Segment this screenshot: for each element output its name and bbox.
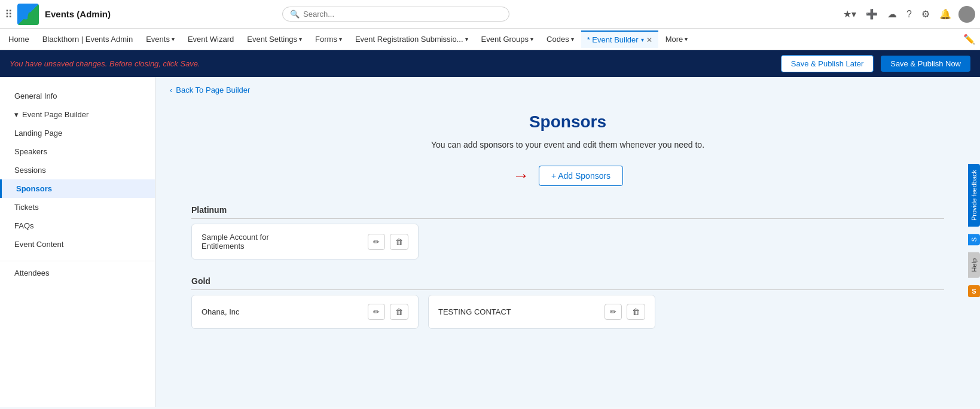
- sidebar-item-faqs[interactable]: FAQs: [0, 216, 155, 235]
- search-bar[interactable]: 🔍: [282, 7, 509, 22]
- chevron-down-icon: ▾: [571, 36, 574, 42]
- search-input[interactable]: [303, 10, 502, 19]
- sponsor-name: Ohana, Inc: [202, 307, 240, 316]
- unsaved-message: You have unsaved changes. Before closing…: [10, 59, 200, 68]
- settings-button[interactable]: ⚙: [919, 6, 932, 22]
- gold-section: Gold Ohana, Inc ✏ 🗑 TESTING CONTACT ✏: [191, 276, 944, 329]
- add-sponsors-row: → + Add Sponsors: [191, 166, 944, 186]
- sidebar-item-sponsors[interactable]: Sponsors: [0, 179, 155, 198]
- sidebar: General Info ▾ Event Page Builder Landin…: [0, 77, 155, 407]
- chevron-left-icon: ‹: [170, 86, 172, 94]
- nav-event-groups[interactable]: Event Groups ▾: [475, 31, 540, 47]
- sidebar-item-sessions[interactable]: Sessions: [0, 161, 155, 179]
- back-to-page-builder-link[interactable]: ‹ Back To Page Builder: [155, 77, 980, 103]
- nav-forms[interactable]: Forms ▾: [309, 31, 348, 47]
- sponsor-actions: ✏ 🗑: [368, 234, 408, 250]
- nav-home[interactable]: Home: [2, 31, 35, 47]
- delete-sponsor-button[interactable]: 🗑: [390, 234, 408, 250]
- add-sponsors-button[interactable]: + Add Sponsors: [539, 166, 623, 186]
- save-publish-now-button[interactable]: Save & Publish Now: [881, 56, 970, 72]
- arrow-right-icon: →: [512, 166, 529, 185]
- help-tab[interactable]: Help: [968, 252, 980, 278]
- nav-event-wizard[interactable]: Event Wizard: [182, 31, 240, 47]
- sponsor-name: TESTING CONTACT: [438, 307, 511, 316]
- app-title: Events (Admin): [45, 9, 111, 19]
- edit-sponsor-button[interactable]: ✏: [368, 234, 385, 250]
- delete-sponsor-button[interactable]: 🗑: [627, 304, 645, 320]
- chevron-down-icon: ▾: [685, 36, 688, 42]
- orange-icon-tab[interactable]: S: [968, 285, 980, 297]
- save-publish-later-button[interactable]: Save & Publish Later: [781, 55, 874, 72]
- sidebar-item-landing-page[interactable]: Landing Page: [0, 124, 155, 142]
- event-builder-label: * Event Builder: [587, 35, 639, 44]
- chevron-down-icon: ▾: [14, 110, 19, 119]
- delete-sponsor-button[interactable]: 🗑: [390, 304, 408, 320]
- avatar[interactable]: [958, 6, 975, 23]
- edit-pencil-button[interactable]: ✏️: [961, 31, 978, 47]
- sidebar-section-event-page-builder[interactable]: ▾ Event Page Builder: [0, 105, 155, 124]
- sidebar-item-tickets[interactable]: Tickets: [0, 198, 155, 216]
- add-button[interactable]: ➕: [863, 6, 880, 22]
- close-tab-icon[interactable]: ✕: [646, 36, 652, 44]
- nav-codes[interactable]: Codes ▾: [541, 31, 580, 47]
- platinum-cards-row: Sample Account forEntitlements ✏ 🗑: [191, 224, 944, 260]
- platinum-section: Platinum Sample Account forEntitlements …: [191, 205, 944, 260]
- top-navigation: ⠿ Events (Admin) 🔍 ★▾ ➕ ☁ ? ⚙ 🔔: [0, 0, 980, 29]
- waffle-icon[interactable]: ⠿: [5, 8, 13, 21]
- help-button[interactable]: ?: [904, 7, 914, 22]
- sponsor-actions: ✏ 🗑: [368, 304, 408, 320]
- edit-sponsor-button[interactable]: ✏: [368, 304, 385, 320]
- sponsor-card-ohana: Ohana, Inc ✏ 🗑: [191, 295, 419, 329]
- nav-icons: ★▾ ➕ ☁ ? ⚙ 🔔: [841, 6, 975, 23]
- nav-event-settings[interactable]: Event Settings ▾: [241, 31, 308, 47]
- salesforce-tab[interactable]: S: [968, 234, 980, 245]
- sponsor-card-sample-account: Sample Account forEntitlements ✏ 🗑: [191, 224, 419, 260]
- gold-cards-row: Ohana, Inc ✏ 🗑 TESTING CONTACT ✏ 🗑: [191, 295, 944, 329]
- page-description: You can add sponsors to your event and e…: [191, 139, 944, 151]
- sponsor-card-testing-contact: TESTING CONTACT ✏ 🗑: [428, 295, 655, 329]
- nav-events[interactable]: Events ▾: [140, 31, 181, 47]
- sidebar-item-event-content[interactable]: Event Content: [0, 235, 155, 254]
- feedback-bar: Provide feedback S Help S: [968, 164, 980, 297]
- chevron-down-icon: ▾: [465, 36, 468, 42]
- provide-feedback-tab[interactable]: Provide feedback: [968, 164, 980, 227]
- unsaved-banner: You have unsaved changes. Before closing…: [0, 50, 980, 77]
- nav-more[interactable]: More ▾: [660, 31, 694, 47]
- gold-tier-label: Gold: [191, 276, 944, 290]
- nav-event-registration[interactable]: Event Registration Submissio... ▾: [349, 31, 474, 47]
- notifications-button[interactable]: 🔔: [937, 6, 954, 22]
- chevron-down-icon: ▾: [530, 36, 533, 42]
- cloud-icon[interactable]: ☁: [885, 6, 899, 22]
- favorites-button[interactable]: ★▾: [841, 6, 859, 22]
- sidebar-item-attendees[interactable]: Attendees: [0, 261, 155, 282]
- content-area: Sponsors You can add sponsors to your ev…: [155, 103, 980, 370]
- app-logo: [17, 4, 39, 25]
- chevron-down-icon: ▾: [641, 36, 644, 43]
- chevron-down-icon: ▾: [172, 36, 175, 42]
- edit-sponsor-button[interactable]: ✏: [605, 304, 622, 320]
- nav-tab-event-builder[interactable]: * Event Builder ▾ ✕: [581, 30, 658, 48]
- platinum-tier-label: Platinum: [191, 205, 944, 219]
- sidebar-item-speakers[interactable]: Speakers: [0, 142, 155, 161]
- main-layout: General Info ▾ Event Page Builder Landin…: [0, 77, 980, 407]
- page-title: Sponsors: [191, 112, 944, 132]
- main-content: ‹ Back To Page Builder Sponsors You can …: [155, 77, 980, 407]
- second-navigation: Home Blackthorn | Events Admin Events ▾ …: [0, 29, 980, 50]
- nav-blackthorn-events-admin[interactable]: Blackthorn | Events Admin: [36, 31, 139, 47]
- chevron-down-icon: ▾: [299, 36, 302, 42]
- sidebar-item-general-info[interactable]: General Info: [0, 87, 155, 105]
- sponsor-actions: ✏ 🗑: [605, 304, 645, 320]
- sponsor-name: Sample Account forEntitlements: [202, 233, 269, 251]
- chevron-down-icon: ▾: [339, 36, 342, 42]
- search-icon: 🔍: [290, 10, 300, 19]
